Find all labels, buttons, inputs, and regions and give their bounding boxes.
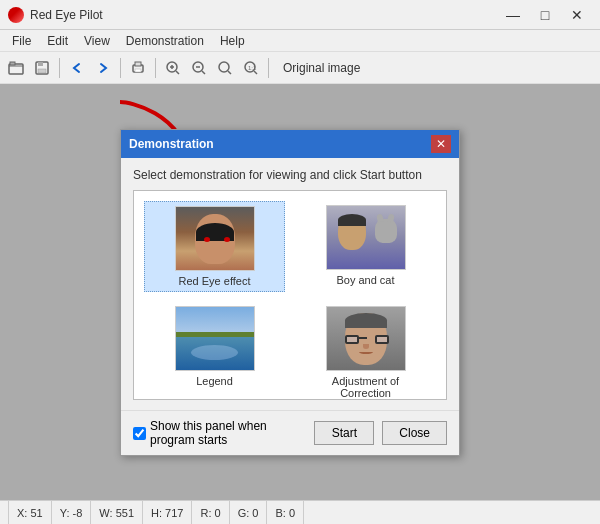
- demo-item-boy-cat[interactable]: Boy and cat: [295, 201, 436, 292]
- svg-line-16: [228, 71, 231, 74]
- demo-label-red-eye: Red Eye effect: [179, 275, 251, 287]
- demo-grid: Red Eye effect: [134, 191, 446, 400]
- show-panel-label: Show this panel when program starts: [150, 419, 306, 447]
- toolbar-zoom-fit-btn[interactable]: [213, 56, 237, 80]
- toolbar-zoom-100-btn[interactable]: 1:1: [239, 56, 263, 80]
- dialog-footer: Show this panel when program starts Star…: [121, 410, 459, 455]
- toolbar-original-image-btn[interactable]: Original image: [274, 56, 369, 80]
- svg-text:1:1: 1:1: [248, 65, 257, 71]
- demo-item-adjustment[interactable]: Adjustment of Correction Settings: [295, 302, 436, 400]
- minimize-button[interactable]: —: [498, 4, 528, 26]
- svg-rect-7: [135, 69, 141, 72]
- toolbar-zoom-out-btn[interactable]: [187, 56, 211, 80]
- dialog-subtitle: Select demonstration for viewing and cli…: [133, 168, 447, 182]
- toolbar-separator-4: [268, 58, 269, 78]
- demo-label-adjustment: Adjustment of Correction Settings: [321, 375, 411, 400]
- status-bar: X: 51 Y: -8 W: 551 H: 717 R: 0 G: 0 B: 0: [0, 500, 600, 524]
- demo-thumb-red-eye: [175, 206, 255, 271]
- toolbar-open-btn[interactable]: [4, 56, 28, 80]
- svg-rect-4: [38, 69, 46, 73]
- demo-thumb-boy-cat: [326, 205, 406, 270]
- svg-line-11: [176, 71, 179, 74]
- demo-grid-container[interactable]: Red Eye effect: [133, 190, 447, 400]
- svg-rect-1: [10, 62, 15, 65]
- demo-thumb-adjustment: [326, 306, 406, 371]
- toolbar-separator-3: [155, 58, 156, 78]
- status-r: R: 0: [192, 501, 229, 524]
- show-panel-checkbox-container: Show this panel when program starts: [133, 419, 306, 447]
- start-button[interactable]: Start: [314, 421, 374, 445]
- svg-line-19: [254, 71, 257, 74]
- close-button[interactable]: ✕: [562, 4, 592, 26]
- close-dialog-button[interactable]: Close: [382, 421, 447, 445]
- dialog-body: Select demonstration for viewing and cli…: [121, 158, 459, 410]
- toolbar-print-btn[interactable]: [126, 56, 150, 80]
- status-x: X: 51: [8, 501, 52, 524]
- toolbar-forward-btn[interactable]: [91, 56, 115, 80]
- toolbar-back-btn[interactable]: [65, 56, 89, 80]
- show-panel-checkbox[interactable]: [133, 427, 146, 440]
- dialog-close-button[interactable]: ✕: [431, 135, 451, 153]
- svg-point-15: [219, 62, 229, 72]
- menu-file[interactable]: File: [4, 30, 39, 51]
- toolbar-save-btn[interactable]: [30, 56, 54, 80]
- title-bar: Red Eye Pilot — □ ✕: [0, 0, 600, 30]
- svg-rect-3: [38, 62, 43, 66]
- main-area: Demonstration ✕ Select demonstration for…: [0, 84, 600, 500]
- demo-label-legend: Legend: [196, 375, 233, 387]
- svg-rect-6: [135, 62, 141, 66]
- demo-item-legend[interactable]: Legend: [144, 302, 285, 400]
- menu-demonstration[interactable]: Demonstration: [118, 30, 212, 51]
- toolbar-separator-1: [59, 58, 60, 78]
- toolbar-zoom-in-btn[interactable]: [161, 56, 185, 80]
- status-b: B: 0: [267, 501, 304, 524]
- demonstration-dialog: Demonstration ✕ Select demonstration for…: [120, 129, 460, 456]
- status-y: Y: -8: [52, 501, 92, 524]
- menu-bar: File Edit View Demonstration Help: [0, 30, 600, 52]
- menu-help[interactable]: Help: [212, 30, 253, 51]
- dialog-title: Demonstration: [129, 137, 431, 151]
- dialog-title-bar: Demonstration ✕: [121, 130, 459, 158]
- demo-item-red-eye[interactable]: Red Eye effect: [144, 201, 285, 292]
- demo-label-boy-cat: Boy and cat: [336, 274, 394, 286]
- menu-view[interactable]: View: [76, 30, 118, 51]
- maximize-button[interactable]: □: [530, 4, 560, 26]
- svg-line-14: [202, 71, 205, 74]
- app-icon: [8, 7, 24, 23]
- status-w: W: 551: [91, 501, 143, 524]
- toolbar-separator-2: [120, 58, 121, 78]
- menu-edit[interactable]: Edit: [39, 30, 76, 51]
- status-g: G: 0: [230, 501, 268, 524]
- status-h: H: 717: [143, 501, 192, 524]
- demo-thumb-legend: [175, 306, 255, 371]
- toolbar: 1:1 Original image: [0, 52, 600, 84]
- window-title: Red Eye Pilot: [30, 8, 498, 22]
- window-controls: — □ ✕: [498, 4, 592, 26]
